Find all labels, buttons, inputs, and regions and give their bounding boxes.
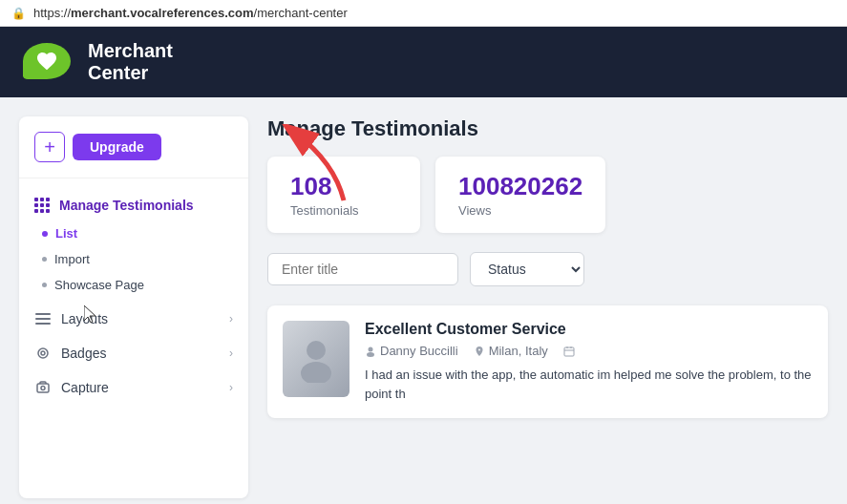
dot-gray-icon [42, 257, 47, 262]
views-count: 100820262 [458, 172, 582, 201]
testimonial-avatar [283, 321, 349, 397]
views-label: Views [458, 203, 582, 218]
svg-point-11 [478, 348, 480, 350]
add-button[interactable]: + [34, 132, 65, 162]
sidebar-top: + Upgrade [19, 132, 248, 178]
sidebar-item-import[interactable]: Import [34, 246, 233, 272]
arrow-right-icon: › [229, 312, 233, 326]
svg-rect-5 [37, 384, 49, 392]
heart-icon [35, 50, 58, 73]
dot-icon [42, 231, 48, 237]
meta-location: Milan, Italy [474, 344, 548, 358]
svg-point-3 [38, 348, 48, 358]
sidebar-item-layouts[interactable]: Layouts › [19, 302, 248, 336]
url-text: https://merchant.vocalreferences.com/mer… [33, 6, 348, 20]
sidebar-item-list[interactable]: List [34, 220, 233, 246]
main-content: + Upgrade Manage Testimonials [0, 97, 847, 504]
status-select[interactable]: Status Active Inactive Pending [470, 252, 584, 286]
sidebar-nav: Manage Testimonials List Import [19, 178, 248, 416]
meta-author: Danny Buccilli [365, 344, 458, 358]
manage-testimonials-label: Manage Testimonials [59, 198, 194, 213]
sidebar-item-manage-testimonials[interactable]: Manage Testimonials [19, 190, 248, 220]
filter-row: Status Active Inactive Pending [267, 252, 828, 286]
badge-icon [34, 345, 52, 362]
svg-point-6 [41, 387, 45, 390]
svg-rect-1 [35, 318, 51, 320]
testimonial-text: I had an issue with the app, the automat… [365, 366, 813, 403]
arrow-right-icon-3: › [229, 381, 233, 394]
location-icon [474, 346, 485, 357]
stat-card-views: 100820262 Views [435, 157, 605, 233]
layers-icon [34, 310, 52, 327]
grid-icon [34, 198, 50, 213]
sidebar-item-badges[interactable]: Badges › [19, 336, 248, 370]
meta-date [563, 344, 575, 358]
testimonial-meta: Danny Buccilli Milan, Italy [365, 344, 813, 358]
svg-point-9 [369, 346, 373, 351]
person-icon [365, 346, 376, 357]
dot-gray-icon-2 [42, 283, 47, 287]
search-input[interactable] [267, 253, 458, 285]
merchant-label: Merchant [88, 40, 173, 62]
stat-card-testimonials: 108 Testimonials [267, 157, 420, 233]
right-panel: Manage Testimonials 108 Testimonials 100… [267, 116, 828, 498]
testimonial-card: Excellent Customer Service Danny Buccill… [267, 305, 828, 418]
testimonial-content: Excellent Customer Service Danny Buccill… [365, 321, 813, 403]
svg-point-7 [307, 341, 326, 360]
sub-nav: List Import Showcase Page [19, 220, 248, 298]
address-bar: 🔒 https://merchant.vocalreferences.com/m… [0, 0, 847, 27]
lock-icon: 🔒 [11, 7, 26, 20]
testimonials-count: 108 [290, 172, 397, 201]
sidebar-item-capture[interactable]: Capture › [19, 370, 248, 405]
sidebar-item-showcase[interactable]: Showcase Page [34, 272, 233, 298]
header: Merchant Center [0, 27, 847, 97]
header-title: Merchant Center [88, 40, 173, 84]
page-title: Manage Testimonials [267, 116, 828, 141]
center-label: Center [88, 62, 173, 84]
svg-point-10 [367, 352, 374, 357]
testimonials-label: Testimonials [290, 203, 397, 218]
capture-icon [34, 379, 52, 396]
sidebar: + Upgrade Manage Testimonials [19, 116, 248, 498]
stats-row: 108 Testimonials 100820262 Views [267, 157, 828, 233]
svg-point-4 [41, 351, 45, 355]
upgrade-button[interactable]: Upgrade [73, 134, 161, 160]
svg-rect-12 [564, 347, 574, 356]
logo-icon [23, 43, 73, 81]
logo-bubble [23, 43, 71, 79]
arrow-right-icon-2: › [229, 346, 233, 360]
calendar-icon [563, 346, 575, 357]
svg-rect-0 [35, 313, 51, 315]
nav-section-testimonials: Manage Testimonials List Import [19, 190, 248, 298]
testimonial-title: Excellent Customer Service [365, 321, 813, 338]
svg-point-8 [301, 362, 331, 383]
svg-rect-2 [35, 323, 51, 325]
